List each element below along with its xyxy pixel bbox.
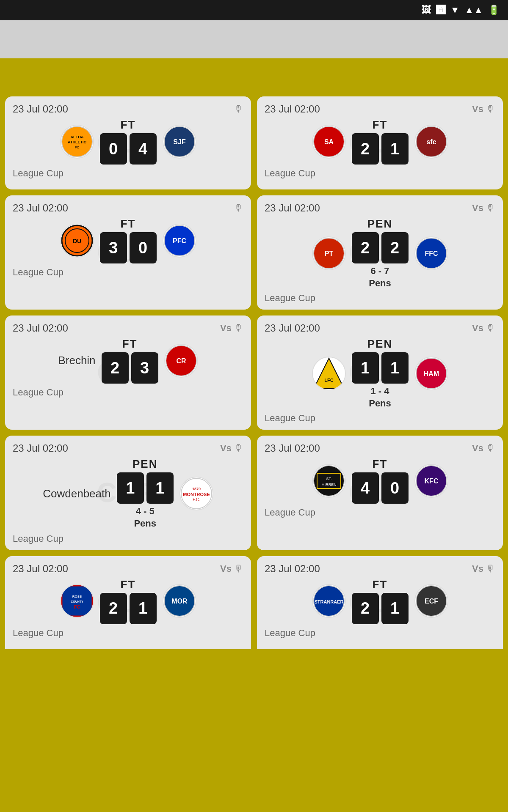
match-card-header: 23 Jul 02:00Vs 🎙 xyxy=(265,202,495,214)
match-time: 23 Jul 02:00 xyxy=(13,322,68,334)
home-team-name: Brechin xyxy=(58,354,95,367)
match-time: 23 Jul 02:00 xyxy=(265,563,320,575)
home-score: 3 xyxy=(100,232,127,263)
score-type: PEN xyxy=(367,217,392,230)
score-type: FT xyxy=(122,337,138,351)
match-card[interactable]: 23 Jul 02:00Vs 🎙CUP PT PEN226 - 7 Pens F… xyxy=(257,195,503,310)
match-card-icons: Vs 🎙 xyxy=(220,323,243,334)
home-team: Cowdenbeath xyxy=(43,487,110,500)
whistle-icon: 🎙 xyxy=(234,323,243,334)
away-team: CR xyxy=(164,344,198,378)
match-card[interactable]: 23 Jul 02:00 🎙CUP DU FT30 PFC League Cup xyxy=(5,195,251,310)
score-type: FT xyxy=(121,217,136,230)
svg-text:DU: DU xyxy=(72,238,81,244)
away-score: 3 xyxy=(131,352,158,384)
svg-text:LFC: LFC xyxy=(324,378,333,383)
vs-label: Vs xyxy=(472,563,483,574)
match-body: DU FT30 PFC xyxy=(13,217,243,263)
away-team: SJF xyxy=(163,125,196,159)
whistle-icon: 🎙 xyxy=(486,563,495,574)
home-score: 4 xyxy=(352,472,379,504)
svg-text:MOR: MOR xyxy=(171,598,188,605)
whistle-icon: 🎙 xyxy=(486,203,495,214)
home-team: ST. MIRREN xyxy=(312,464,346,498)
match-card-icons: Vs 🎙 xyxy=(472,443,495,454)
svg-marker-21 xyxy=(314,358,344,389)
match-time: 23 Jul 02:00 xyxy=(265,322,320,334)
svg-text:ECF: ECF xyxy=(425,598,438,605)
home-team-name: Cowdenbeath xyxy=(43,487,110,500)
match-card[interactable]: 23 Jul 02:00Vs 🎙CUPCowdenbeathPEN114 - 5… xyxy=(5,436,251,550)
home-score: 0 xyxy=(100,133,127,165)
match-card[interactable]: 23 Jul 02:00Vs 🎙CUP ROSS COUNTY FC FT21 … xyxy=(5,556,251,649)
away-team: KFC xyxy=(414,464,448,498)
away-score: 1 xyxy=(130,593,157,624)
away-team-logo: sfc xyxy=(414,125,448,159)
match-card[interactable]: 23 Jul 02:00 🎙CUP ALLOA ATHLETIC FC FT04… xyxy=(5,96,251,189)
whistle-icon: 🎙 xyxy=(234,203,243,214)
svg-text:CR: CR xyxy=(176,357,186,365)
match-time: 23 Jul 02:00 xyxy=(13,442,68,454)
match-body: BrechinFT23 CR xyxy=(13,337,243,384)
vs-label: Vs xyxy=(472,104,483,115)
match-card[interactable]: 23 Jul 02:00Vs 🎙CUP ST. MIRREN FT40 KFC … xyxy=(257,436,503,550)
svg-text:1879: 1879 xyxy=(192,487,201,491)
match-body: STRANRAER FT21 ECF xyxy=(265,578,495,624)
home-team-logo: DU xyxy=(60,224,94,258)
away-team: HAM xyxy=(414,357,448,390)
svg-text:ATHLETIC: ATHLETIC xyxy=(68,140,86,144)
home-score: 2 xyxy=(100,593,127,624)
svg-text:MIRREN: MIRREN xyxy=(321,483,337,487)
whistle-icon: 🎙 xyxy=(486,323,495,334)
score-area: FT23 xyxy=(102,337,158,384)
match-card-header: 23 Jul 02:00Vs 🎙 xyxy=(13,442,243,454)
svg-text:FFC: FFC xyxy=(425,250,438,257)
match-card-header: 23 Jul 02:00Vs 🎙 xyxy=(265,442,495,454)
svg-text:sfc: sfc xyxy=(426,138,436,145)
home-team: ALLOA ATHLETIC FC xyxy=(60,125,94,159)
header xyxy=(0,20,508,58)
match-card[interactable]: 23 Jul 02:00Vs 🎙CUP STRANRAER FT21 ECF L… xyxy=(257,556,503,649)
match-card[interactable]: 23 Jul 02:00Vs 🎙CUPBrechinFT23 CR League… xyxy=(5,315,251,430)
whistle-icon: 🎙 xyxy=(486,104,495,115)
vs-label: Vs xyxy=(472,323,483,334)
match-card[interactable]: 23 Jul 02:00Vs 🎙CUP SA FT21 sfc League C… xyxy=(257,96,503,189)
whistle-icon: 🎙 xyxy=(234,563,243,574)
league-label: League Cup xyxy=(13,168,243,179)
match-body: ROSS COUNTY FC FT21 MOR xyxy=(13,578,243,624)
pen-detail: 4 - 5 Pens xyxy=(134,505,156,529)
away-score: 1 xyxy=(146,472,174,504)
vs-label: Vs xyxy=(472,443,483,454)
home-team: ROSS COUNTY FC xyxy=(60,584,94,618)
pen-detail: 1 - 4 Pens xyxy=(369,385,391,409)
whistle-icon: 🎙 xyxy=(486,443,495,454)
away-team: FFC xyxy=(414,236,448,270)
away-team-logo: ECF xyxy=(414,584,448,618)
home-team-logo: LFC xyxy=(312,357,346,390)
score-type: PEN xyxy=(133,458,157,471)
score-area: FT40 xyxy=(352,458,409,504)
away-score: 4 xyxy=(130,133,157,165)
away-team-logo: SJF xyxy=(163,125,196,159)
scores: 22 xyxy=(352,232,409,263)
svg-text:PT: PT xyxy=(324,250,333,257)
match-card-icons: 🎙 xyxy=(234,203,243,214)
match-card-icons: Vs 🎙 xyxy=(472,203,495,214)
svg-text:SA: SA xyxy=(324,138,334,145)
score-type: FT xyxy=(121,578,136,591)
score-area: PEN226 - 7 Pens xyxy=(352,217,409,289)
score-type: FT xyxy=(373,458,388,471)
svg-text:ALLOA: ALLOA xyxy=(70,135,83,139)
league-label: League Cup xyxy=(265,413,495,424)
league-label: League Cup xyxy=(13,387,243,398)
match-card-icons: Vs 🎙 xyxy=(472,104,495,115)
match-time: 23 Jul 02:00 xyxy=(13,563,68,575)
match-time: 23 Jul 02:00 xyxy=(265,442,320,454)
home-team-logo: SA xyxy=(312,125,346,159)
match-card-icons: 🎙 xyxy=(234,104,243,115)
status-icons: 🖼 🅰 ▼ ▲▲ 🔋 xyxy=(422,5,500,16)
scores: 23 xyxy=(102,352,158,384)
svg-text:COUNTY: COUNTY xyxy=(71,600,83,603)
match-card[interactable]: 23 Jul 02:00Vs 🎙CUP LFC PEN111 - 4 Pens … xyxy=(257,315,503,430)
away-score: 1 xyxy=(381,133,409,165)
